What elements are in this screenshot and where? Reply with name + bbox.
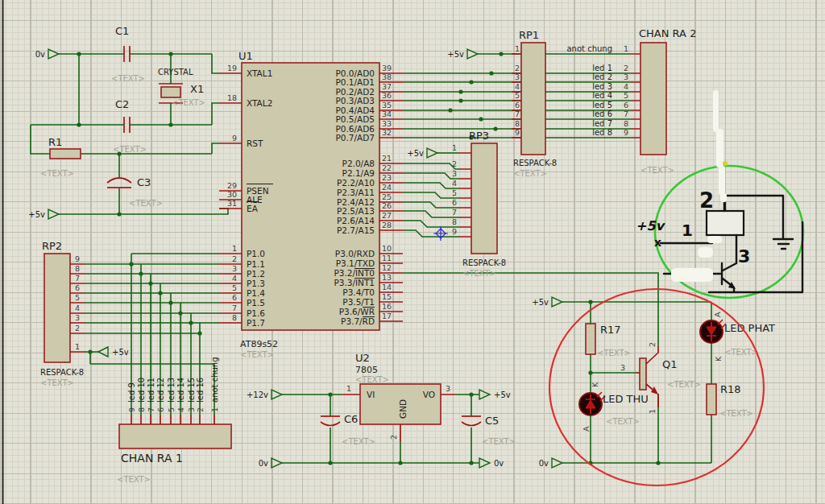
pin-label: P3.4/T0 (342, 287, 375, 297)
pin-number: 36 (382, 91, 392, 100)
pin-number: 35 (382, 101, 392, 109)
pin-number: 2 (75, 324, 80, 333)
pin-number: 2 (452, 159, 457, 168)
pin-number: 16 (382, 302, 392, 311)
component-ref: CHAN RA 2 (639, 27, 696, 39)
pin-number: 2 (624, 64, 628, 72)
component-value: RESPACK-8 (40, 368, 84, 377)
regulator-u2[interactable]: U2 7805 <TEXT> VI VO GND 1 3 2 (342, 352, 455, 442)
pin-number: 11 (382, 254, 392, 262)
power-terminal-5v-driver[interactable]: +5v (532, 297, 562, 307)
power-terminal-5v-ea[interactable]: +5v (28, 209, 59, 219)
net-label: led 7 (592, 119, 612, 128)
component-ref: U2 (355, 352, 370, 364)
origin-marker-icon (433, 226, 448, 241)
pin-number: 29 (227, 181, 237, 190)
pin-label: P0.3/AD3 (335, 96, 375, 105)
component-ref: U1 (238, 50, 253, 62)
capacitor-c2[interactable]: C2 (115, 98, 130, 133)
pin-number: 1 (624, 44, 628, 53)
net-label: led 16 (196, 378, 205, 403)
connector-chanra1[interactable]: CHAN RA 1 <TEXT> 9 8 7 6 5 4 3 2 1 (117, 407, 231, 484)
pin-number: 8 (515, 119, 520, 128)
pin-number: 24 (382, 183, 392, 192)
pin-label: P2.1/A9 (342, 168, 375, 178)
net-label: anot chung (210, 357, 219, 403)
net-label: led 5 (592, 101, 612, 109)
pin-number: 5 (75, 293, 80, 302)
led-thu[interactable]: LED THU <TEXT> K A (579, 382, 649, 432)
respack-rp1[interactable]: RP1 RESPACK-8 <TEXT> 1 2 3 4 5 6 7 8 9 (512, 29, 557, 178)
pin-number: 18 (227, 93, 237, 102)
power-terminal-0v-top[interactable]: 0v (35, 49, 59, 59)
power-terminal-5v-u2[interactable]: +5v (479, 390, 511, 399)
pin-label: P2.5/A13 (337, 206, 375, 216)
net-label: led 1 (592, 64, 612, 72)
pin-number: 33 (382, 119, 392, 128)
power-terminal-0v-u2-left[interactable]: 0v (259, 458, 282, 468)
resistor-r18[interactable]: R18 <TEXT> (707, 383, 753, 418)
pin-label: P3.1/TXD (336, 258, 375, 268)
pin-label: K (591, 382, 599, 387)
pin-label: P1.2 (247, 269, 265, 279)
pin-number: 38 (382, 72, 392, 81)
net-label: led 11 (147, 378, 155, 403)
pin-label: XTAL1 (247, 68, 272, 78)
pin-number: 14 (382, 283, 392, 291)
respack-rp3[interactable]: RP3 RESPACK-8 <TEXT> 1 2 3 4 5 6 7 8 9 (452, 130, 506, 278)
net-label: led 6 (592, 109, 612, 118)
pin-label: P3.5/T1 (342, 297, 375, 307)
capacitor-c3[interactable]: C3 <TEXT> (107, 176, 163, 208)
handwritten-5v: +5v (636, 218, 666, 233)
component-ref: C1 (115, 25, 129, 37)
pin-label: K (714, 356, 723, 361)
pin-number: 4 (176, 407, 185, 412)
pin-number: 3 (452, 169, 457, 178)
resistor-r17[interactable]: R17 <TEXT> (586, 324, 631, 357)
crystal-x1[interactable]: CRYSTAL X1 <TEXT> (158, 68, 205, 107)
connector-chanra2[interactable]: CHAN RA 2 <TEXT> 1 2 3 4 5 6 7 8 9 (624, 27, 696, 175)
component-value: RESPACK-8 (513, 159, 557, 167)
placeholder-text: <TEXT> (111, 74, 145, 83)
net-label: led 9 (127, 382, 136, 403)
mcu-u1[interactable]: U1 AT89s52 <TEXT> 19 18 9 29 30 31 1 2 3… (219, 50, 403, 359)
pin-number: 6 (624, 101, 628, 109)
net-label: led 4 (592, 91, 612, 100)
power-terminal-12v[interactable]: +12v (247, 390, 282, 399)
handwritten-3: 3 (738, 246, 750, 266)
pin-label: P3.7/RD (341, 316, 375, 326)
pin-number: 1 (515, 44, 520, 53)
capacitor-c5[interactable]: C5 <TEXT> (462, 415, 516, 446)
pin-label: P2.0/A8 (342, 159, 375, 168)
hand-drawn-component-box (707, 211, 744, 235)
power-terminal-5v-rp2[interactable]: +5v (98, 347, 129, 357)
power-terminal-5v-rp1[interactable]: +5v (447, 49, 478, 59)
pin-number: 3 (624, 72, 628, 81)
pin-number: 1 (75, 342, 80, 351)
pin-number: 3 (187, 407, 196, 412)
pin-number: 1 (232, 244, 237, 253)
placeholder-text: <TEXT> (113, 145, 147, 154)
respack-rp2[interactable]: RP2 RESPACK-8 <TEXT> 9 8 7 6 5 4 3 2 1 (40, 240, 85, 387)
terminal-label: 0v (35, 50, 45, 59)
component-value: AT89s52 (240, 339, 278, 349)
resistor-r1[interactable]: R1 <TEXT> <TEXT> (40, 136, 147, 178)
power-terminal-0v-driver[interactable]: 0v (539, 458, 562, 468)
pin-number: 13 (382, 273, 392, 282)
component-ref: C6 (344, 413, 358, 425)
pin-number: 7 (232, 304, 237, 312)
terminal-label: +5v (447, 50, 464, 59)
terminal-label: +5v (28, 210, 45, 219)
handwritten-1: 1 (682, 221, 693, 240)
pin-number: 22 (382, 163, 392, 172)
pin-number: 3 (515, 72, 520, 81)
pin-number: 3 (75, 313, 80, 322)
pin-number: 6 (452, 198, 457, 207)
placeholder-text: <TEXT> (513, 169, 547, 178)
power-terminal-0v-u2-right[interactable]: 0v (479, 458, 504, 468)
pin-number: 9 (127, 407, 136, 412)
power-terminal-5v-rp3[interactable]: +5v (407, 148, 437, 158)
component-ref: Q1 (662, 358, 678, 370)
net-label: led 13 (167, 378, 176, 403)
component-ref: LED THU (603, 393, 649, 405)
